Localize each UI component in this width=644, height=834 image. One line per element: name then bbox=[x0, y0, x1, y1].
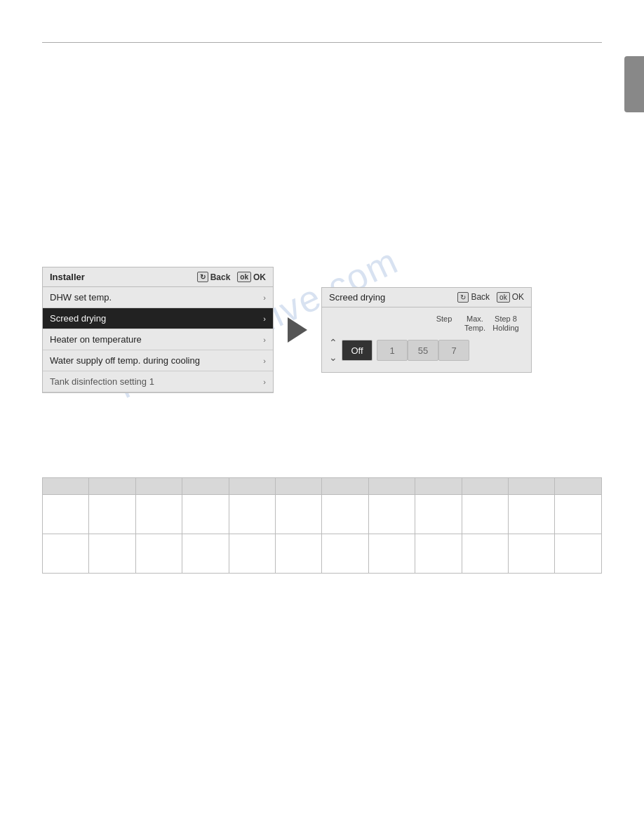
table-header-cell bbox=[415, 478, 462, 495]
bottom-table-container bbox=[42, 477, 602, 574]
table-header-cell bbox=[462, 478, 508, 495]
chevron-icon: › bbox=[263, 357, 266, 365]
table-cell bbox=[322, 495, 368, 534]
table-cell bbox=[555, 495, 602, 534]
table-cell bbox=[43, 534, 89, 574]
table-header-cell bbox=[135, 478, 182, 495]
table-cell bbox=[415, 495, 462, 534]
table-cell bbox=[509, 495, 555, 534]
screed-title: Screed drying bbox=[329, 292, 385, 303]
table-header-row bbox=[43, 478, 602, 495]
menu-item-dhw-label: DHW set temp. bbox=[50, 292, 112, 303]
ok-label: OK bbox=[253, 272, 266, 282]
table-cell bbox=[89, 534, 135, 574]
table-cell bbox=[182, 534, 229, 574]
table-header-cell bbox=[555, 478, 602, 495]
table-cell bbox=[462, 534, 508, 574]
chevron-icon: › bbox=[263, 293, 266, 302]
table-header-cell bbox=[276, 478, 322, 495]
table-cell bbox=[555, 534, 602, 574]
menu-item-screed[interactable]: Screed drying › bbox=[43, 308, 273, 329]
table-cell bbox=[415, 534, 462, 574]
table-header-cell bbox=[368, 478, 415, 495]
table-cell bbox=[276, 534, 322, 574]
col-header-max-temp: Max.Temp. bbox=[459, 315, 490, 333]
table-row bbox=[43, 534, 602, 574]
ok-icon: ok bbox=[237, 272, 251, 282]
menu-header-controls: ↻ Back ok OK bbox=[197, 272, 266, 282]
menu-item-water[interactable]: Water supply off temp. during cooling › bbox=[43, 350, 273, 371]
table-cell bbox=[368, 534, 415, 574]
screed-back-ctrl: ↻ Back bbox=[457, 292, 490, 303]
table-header-cell bbox=[182, 478, 229, 495]
table-cell bbox=[43, 495, 89, 534]
menu-title: Installer bbox=[50, 272, 85, 282]
top-rule bbox=[42, 42, 602, 43]
screed-temp-cell: 55 bbox=[408, 340, 438, 361]
screed-header: Screed drying ↻ Back ok OK bbox=[322, 288, 531, 307]
menu-item-dhw[interactable]: DHW set temp. › bbox=[43, 287, 273, 308]
table-header-cell bbox=[322, 478, 368, 495]
table-cell bbox=[89, 495, 135, 534]
menu-item-water-label: Water supply off temp. during cooling bbox=[50, 355, 200, 366]
table-cell bbox=[462, 495, 508, 534]
back-ctrl: ↻ Back bbox=[197, 272, 231, 282]
screed-holding-cell: 7 bbox=[438, 340, 469, 361]
table-cell bbox=[229, 495, 275, 534]
down-arrow-icon[interactable]: ⌄ bbox=[329, 350, 337, 365]
menu-item-tank[interactable]: Tank disinfection setting 1 › bbox=[43, 371, 273, 392]
screed-content: Step Max.Temp. Step 8Holding ⌃ ⌄ Off 1 bbox=[322, 307, 531, 372]
screed-panel: Screed drying ↻ Back ok OK Step Max.Temp… bbox=[321, 287, 532, 373]
menu-item-tank-label: Tank disinfection setting 1 bbox=[50, 376, 154, 387]
chevron-icon: › bbox=[263, 336, 266, 344]
menu-item-screed-label: Screed drying bbox=[50, 313, 106, 324]
col-header-step8: Step 8Holding bbox=[490, 315, 521, 333]
back-icon: ↻ bbox=[197, 272, 208, 282]
screed-ok-label: OK bbox=[512, 292, 524, 302]
table-cell bbox=[368, 495, 415, 534]
arrow-right-icon bbox=[288, 317, 307, 343]
screed-row: ⌃ ⌄ Off 1 55 7 bbox=[329, 336, 524, 365]
screed-step-cell: 1 bbox=[377, 340, 408, 361]
screed-ok-icon: ok bbox=[497, 292, 510, 303]
chevron-icon: › bbox=[263, 378, 266, 386]
ok-ctrl: ok OK bbox=[237, 272, 266, 282]
menu-item-heater[interactable]: Heater on temperature › bbox=[43, 329, 273, 350]
table-header-cell bbox=[509, 478, 555, 495]
installer-menu-panel: Installer ↻ Back ok OK DHW set temp. › S… bbox=[42, 267, 274, 393]
table-cell bbox=[135, 495, 182, 534]
table-cell bbox=[322, 534, 368, 574]
table-header-cell bbox=[89, 478, 135, 495]
col-header-step: Step bbox=[429, 315, 459, 333]
table-cell bbox=[229, 534, 275, 574]
data-table bbox=[42, 477, 602, 574]
menu-header: Installer ↻ Back ok OK bbox=[43, 267, 273, 287]
table-header-cell bbox=[43, 478, 89, 495]
back-label: Back bbox=[210, 272, 231, 282]
table-cell bbox=[182, 495, 229, 534]
screed-ok-ctrl: ok OK bbox=[497, 292, 524, 303]
screed-header-controls: ↻ Back ok OK bbox=[457, 292, 524, 303]
table-cell bbox=[276, 495, 322, 534]
screed-back-label: Back bbox=[471, 292, 490, 302]
table-header-cell bbox=[229, 478, 275, 495]
screed-back-icon: ↻ bbox=[457, 292, 469, 303]
screed-col-headers: Step Max.Temp. Step 8Holding bbox=[329, 315, 524, 333]
up-arrow-icon[interactable]: ⌃ bbox=[329, 336, 337, 350]
up-down-controls: ⌃ ⌄ bbox=[329, 336, 337, 365]
table-row bbox=[43, 495, 602, 534]
table-cell bbox=[135, 534, 182, 574]
table-cell bbox=[509, 534, 555, 574]
chevron-icon: › bbox=[263, 315, 266, 323]
screed-off-cell[interactable]: Off bbox=[342, 340, 373, 361]
side-tab bbox=[624, 56, 644, 112]
menu-item-heater-label: Heater on temperature bbox=[50, 334, 142, 345]
